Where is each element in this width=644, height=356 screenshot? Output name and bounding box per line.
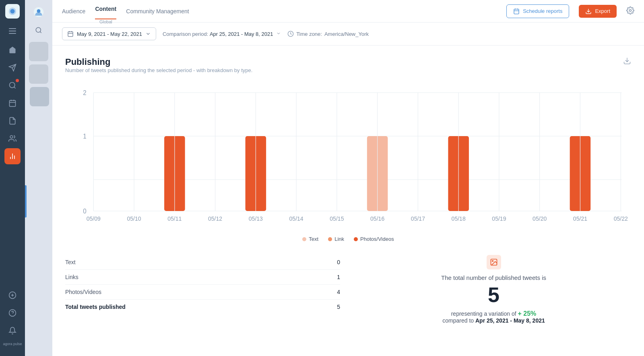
help-button[interactable] xyxy=(4,305,21,321)
svg-text:05/12: 05/12 xyxy=(208,215,222,222)
summary-description: The total number of published tweets is xyxy=(441,274,546,281)
settings-icon[interactable] xyxy=(626,6,634,16)
sidebar-item-publish[interactable] xyxy=(4,60,21,76)
side-panel xyxy=(25,0,52,356)
svg-text:05/10: 05/10 xyxy=(127,215,141,222)
date-range-value: May 9, 2021 - May 22, 2021 xyxy=(77,31,142,37)
svg-text:05/11: 05/11 xyxy=(167,215,182,222)
date-range-picker[interactable]: May 9, 2021 - May 22, 2021 xyxy=(62,27,156,40)
svg-text:05/20: 05/20 xyxy=(533,215,547,222)
legend-photos-label: Photos/Videos xyxy=(360,236,394,242)
date-dropdown-chevron xyxy=(145,31,151,37)
svg-point-23 xyxy=(36,27,41,32)
app-logo xyxy=(5,4,20,19)
stat-label-links: Links xyxy=(65,274,78,280)
sidebar-item-reports[interactable] xyxy=(4,148,21,164)
sidebar-nav xyxy=(4,42,21,287)
stats-row-photos: Photos/Videos 4 xyxy=(65,285,340,300)
clock-icon xyxy=(287,31,294,37)
variation-value: + 25% xyxy=(518,310,536,317)
svg-text:05/21: 05/21 xyxy=(573,215,587,222)
side-panel-profile[interactable] xyxy=(31,4,47,20)
svg-text:2: 2 xyxy=(83,89,86,96)
svg-text:05/22: 05/22 xyxy=(614,215,628,222)
tab-audience[interactable]: Audience xyxy=(62,1,85,22)
account-item-1[interactable] xyxy=(29,42,48,61)
stat-value-text: 0 xyxy=(337,259,340,265)
svg-text:05/13: 05/13 xyxy=(249,215,263,222)
side-panel-accounts xyxy=(25,39,52,110)
svg-point-7 xyxy=(10,83,15,88)
sidebar-bottom: agora pulse xyxy=(3,287,22,352)
svg-rect-8 xyxy=(10,100,16,106)
export-button[interactable]: Export xyxy=(579,5,617,18)
stats-row-text: Text 0 xyxy=(65,255,340,270)
svg-rect-24 xyxy=(514,9,519,14)
listen-badge xyxy=(16,79,19,82)
legend-photos-dot xyxy=(354,237,358,241)
blue-indicator-bar xyxy=(25,185,27,217)
stat-label-photos: Photos/Videos xyxy=(65,289,101,295)
notifications-button[interactable] xyxy=(4,323,21,339)
svg-text:05/19: 05/19 xyxy=(492,215,506,222)
svg-point-12 xyxy=(10,136,13,139)
sidebar-item-home[interactable] xyxy=(4,42,21,58)
comparison-period-strong: Apr 25, 2021 - May 8, 2021 xyxy=(475,317,545,324)
sidebar-item-inbox[interactable] xyxy=(4,113,21,129)
content-area: Publishing Number of tweets published du… xyxy=(52,46,644,356)
svg-text:1: 1 xyxy=(83,133,86,140)
stat-value-photos: 4 xyxy=(337,289,340,295)
top-navigation: Audience Content Global Community Manage… xyxy=(52,0,644,23)
legend-link: Link xyxy=(328,236,344,242)
download-button[interactable] xyxy=(623,57,631,66)
stats-row-links: Links 1 xyxy=(65,270,340,285)
add-account-button[interactable] xyxy=(4,287,21,303)
svg-rect-4 xyxy=(9,33,16,34)
schedule-reports-button[interactable]: Schedule reports xyxy=(506,4,569,18)
legend-text-label: Text xyxy=(309,236,318,242)
stat-value-links: 1 xyxy=(337,274,340,280)
legend-link-dot xyxy=(328,237,332,241)
svg-text:05/09: 05/09 xyxy=(87,215,101,222)
legend-text-dot xyxy=(302,237,306,241)
summary-period: compared to Apr 25, 2021 - May 8, 2021 xyxy=(442,317,545,324)
svg-point-1 xyxy=(10,9,15,14)
brand-logo: agora pulse xyxy=(3,340,22,348)
svg-rect-2 xyxy=(9,28,16,29)
section-title: Publishing xyxy=(65,57,252,67)
sidebar-item-team[interactable] xyxy=(4,130,21,147)
comparison-period: Comparison period: Apr 25, 2021 - May 8,… xyxy=(163,31,281,37)
legend-photos: Photos/Videos xyxy=(354,236,394,242)
stats-grid: Text 0 Links 1 Photos/Videos 4 Total twe… xyxy=(65,252,631,324)
sidebar-item-listen[interactable] xyxy=(4,77,21,93)
svg-text:0: 0 xyxy=(83,208,86,215)
export-icon xyxy=(585,8,592,14)
svg-text:05/16: 05/16 xyxy=(370,215,384,222)
stat-label-text: Text xyxy=(65,259,76,265)
stats-table: Text 0 Links 1 Photos/Videos 4 Total twe… xyxy=(65,255,340,324)
svg-point-29 xyxy=(630,9,632,11)
svg-text:05/14: 05/14 xyxy=(289,215,303,222)
publishing-chart: 2 1 0 05/09 05/10 xyxy=(65,83,631,228)
sidebar-item-calendar[interactable] xyxy=(4,95,21,111)
tab-content[interactable]: Content xyxy=(95,0,116,19)
stat-label-total: Total tweets published xyxy=(65,304,126,310)
account-item-3[interactable] xyxy=(30,87,49,106)
summary-variation: representing a variation of + 25% xyxy=(451,310,537,317)
tab-community[interactable]: Community Management xyxy=(126,1,189,22)
account-item-2[interactable] xyxy=(29,64,48,84)
chart-svg: 2 1 0 05/09 05/10 xyxy=(65,83,631,228)
side-panel-search[interactable] xyxy=(32,23,45,39)
comparison-period-link[interactable]: Apr 25, 2021 - May 8, 2021 xyxy=(210,31,281,37)
section-header: Publishing Number of tweets published du… xyxy=(65,57,631,81)
filter-bar: May 9, 2021 - May 22, 2021 Comparison pe… xyxy=(52,23,644,46)
comparison-chevron xyxy=(276,31,281,36)
menu-toggle[interactable] xyxy=(6,25,19,39)
svg-rect-30 xyxy=(68,32,73,37)
sidebar: agora pulse xyxy=(0,0,25,356)
legend-text: Text xyxy=(302,236,318,242)
summary-total: 5 xyxy=(488,284,500,305)
svg-text:05/15: 05/15 xyxy=(330,215,344,222)
legend-link-label: Link xyxy=(334,236,344,242)
svg-text:05/18: 05/18 xyxy=(452,215,466,222)
